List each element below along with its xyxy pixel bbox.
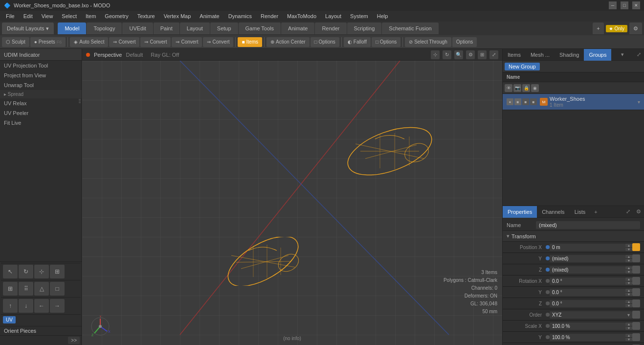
options-button-2[interactable]: □ Options xyxy=(372,37,400,47)
scale-x-down[interactable]: ▼ xyxy=(625,326,632,330)
rot-x-up[interactable]: ▲ xyxy=(625,277,632,281)
tab-schematic-fusion[interactable]: Schematic Fusion xyxy=(382,23,438,34)
tab-uvedit[interactable]: UVEdit xyxy=(122,23,153,34)
order-keyframe[interactable] xyxy=(632,311,640,319)
tab-shading[interactable]: Shading xyxy=(555,49,584,61)
name-value[interactable]: (mixed) xyxy=(536,221,640,229)
tab-mesh[interactable]: Mesh ... xyxy=(526,49,555,61)
rot-x-value[interactable]: 0.0 ° xyxy=(550,277,625,285)
order-dot[interactable] xyxy=(546,313,550,317)
menu-view[interactable]: View xyxy=(38,12,57,20)
down-icon-btn[interactable]: ↓ xyxy=(19,299,33,313)
menu-geometry[interactable]: Geometry xyxy=(101,12,132,20)
menu-help[interactable]: Help xyxy=(373,12,392,20)
scale-y-down[interactable]: ▼ xyxy=(625,338,632,341)
fit-live[interactable]: Fit Live xyxy=(0,118,82,128)
scale-x-value[interactable]: 100.0 % xyxy=(550,322,625,330)
menu-item[interactable]: Item xyxy=(82,12,100,20)
viewport-ctrl-3[interactable]: 🔍 xyxy=(454,50,463,59)
scale-icon-btn[interactable]: ⊹ xyxy=(34,265,49,278)
left-icon-btn[interactable]: ← xyxy=(34,299,49,313)
close-button[interactable]: ✕ xyxy=(632,1,640,9)
menu-layout[interactable]: Layout xyxy=(321,12,345,20)
rot-y-value[interactable]: 0.0 ° xyxy=(550,289,625,296)
rot-z-value[interactable]: 0.0 ° xyxy=(550,300,625,307)
rot-y-keyframe[interactable] xyxy=(632,288,640,296)
move-icon-btn[interactable]: ↖ xyxy=(3,265,18,278)
right-tab-chevron[interactable]: ▾ xyxy=(618,51,627,58)
tab-setup[interactable]: Setup xyxy=(210,23,238,34)
menu-vertex-map[interactable]: Vertex Map xyxy=(160,12,195,20)
dots-icon-btn[interactable]: ⠿ xyxy=(19,282,33,296)
item-expand-icon[interactable]: ▾ xyxy=(638,99,640,105)
menu-edit[interactable]: Edit xyxy=(20,12,37,20)
menu-animate[interactable]: Animate xyxy=(196,12,223,20)
viewport-canvas[interactable]: 3 Items Polygons : Catmull-Clark Channel… xyxy=(82,61,502,345)
tab-properties[interactable]: Properties xyxy=(503,206,537,218)
right-icon-btn[interactable]: → xyxy=(50,299,65,313)
menu-render[interactable]: Render xyxy=(257,12,282,20)
pos-y-keyframe[interactable] xyxy=(632,254,640,262)
menu-file[interactable]: File xyxy=(2,12,19,20)
lock-icon-btn[interactable]: 🔒 xyxy=(522,84,530,92)
transform-section[interactable]: ▾ Transform xyxy=(503,231,644,242)
pos-y-down[interactable]: ▼ xyxy=(625,259,632,262)
presets-button[interactable]: ● Presets F6 xyxy=(30,37,66,47)
tab-scripting[interactable]: Scripting xyxy=(347,23,382,34)
viewport-ctrl-5[interactable]: ⊞ xyxy=(478,50,487,59)
rot-z-dot[interactable] xyxy=(546,301,550,305)
pos-x-up[interactable]: ▲ xyxy=(625,244,632,247)
pos-z-down[interactable]: ▼ xyxy=(625,270,632,274)
viewport-ctrl-1[interactable]: ⊹ xyxy=(431,50,440,59)
pos-x-dot[interactable] xyxy=(546,245,550,249)
rotate-icon-btn[interactable]: ↻ xyxy=(19,265,33,278)
tab-default-layouts[interactable]: Default Layouts ▾ xyxy=(2,23,54,34)
rot-z-down[interactable]: ▼ xyxy=(625,304,632,307)
menu-dynamics[interactable]: Dynamics xyxy=(224,12,256,20)
uv-peeler[interactable]: UV Peeler xyxy=(0,108,82,118)
tab-animate[interactable]: Animate xyxy=(281,23,314,34)
viewport-expand[interactable]: ⤢ xyxy=(489,50,498,59)
unwrap-tool[interactable]: Unwrap Tool xyxy=(0,80,82,90)
pos-z-up[interactable]: ▲ xyxy=(625,266,632,270)
tab-groups[interactable]: Groups xyxy=(584,49,611,61)
auto-select-button[interactable]: ◈ Auto Select xyxy=(70,37,108,47)
scale-y-value[interactable]: 100.0 % xyxy=(550,334,625,341)
rot-z-up[interactable]: ▲ xyxy=(625,300,632,303)
transform-icon-btn[interactable]: ⊞ xyxy=(50,265,65,278)
tab-render[interactable]: Render xyxy=(315,23,346,34)
vis-icon-btn[interactable]: ◉ xyxy=(531,84,539,92)
viewport-ctrl-4[interactable]: ⚙ xyxy=(466,50,475,59)
tab-channels[interactable]: Channels xyxy=(537,206,569,218)
menu-select[interactable]: Select xyxy=(58,12,81,20)
grid-icon-btn[interactable]: ⊞ xyxy=(3,282,18,296)
scale-y-up[interactable]: ▲ xyxy=(625,334,632,337)
expand-button[interactable]: >> xyxy=(68,337,80,344)
menu-system[interactable]: System xyxy=(346,12,372,20)
rot-x-keyframe[interactable] xyxy=(632,277,640,285)
tab-model[interactable]: Model xyxy=(58,23,86,34)
props-expand-icon[interactable]: ⤢ xyxy=(623,208,633,215)
scale-x-up[interactable]: ▲ xyxy=(625,322,632,326)
scale-x-keyframe[interactable] xyxy=(632,322,640,330)
maximize-button[interactable]: □ xyxy=(621,1,628,9)
add-tab-props-button[interactable]: + xyxy=(590,209,601,215)
action-center-button[interactable]: ⊕ Action Center xyxy=(266,37,310,47)
pos-x-keyframe[interactable] xyxy=(632,243,640,251)
eye-toggle[interactable]: ● xyxy=(507,98,513,105)
rot-x-down[interactable]: ▼ xyxy=(625,281,632,285)
right-expand-icon[interactable]: ⤢ xyxy=(634,51,644,58)
convert-button-2[interactable]: ⇒ Convert xyxy=(140,37,171,47)
camera-icon-btn[interactable]: 📷 xyxy=(513,84,521,92)
tab-game-tools[interactable]: Game Tools xyxy=(239,23,281,34)
vis-toggle[interactable]: ■ xyxy=(530,98,537,105)
scale-x-dot[interactable] xyxy=(546,324,550,328)
rot-x-dot[interactable] xyxy=(546,279,550,283)
convert-button-3[interactable]: ⇒ Convert xyxy=(172,37,202,47)
pos-z-keyframe[interactable] xyxy=(632,266,640,274)
tab-topology[interactable]: Topology xyxy=(87,23,122,34)
pos-y-up[interactable]: ▲ xyxy=(625,255,632,258)
up-icon-btn[interactable]: ↑ xyxy=(3,299,18,313)
pos-y-value[interactable]: (mixed) xyxy=(550,255,625,262)
uv-projection-tool[interactable]: UV Projection Tool xyxy=(0,61,82,70)
